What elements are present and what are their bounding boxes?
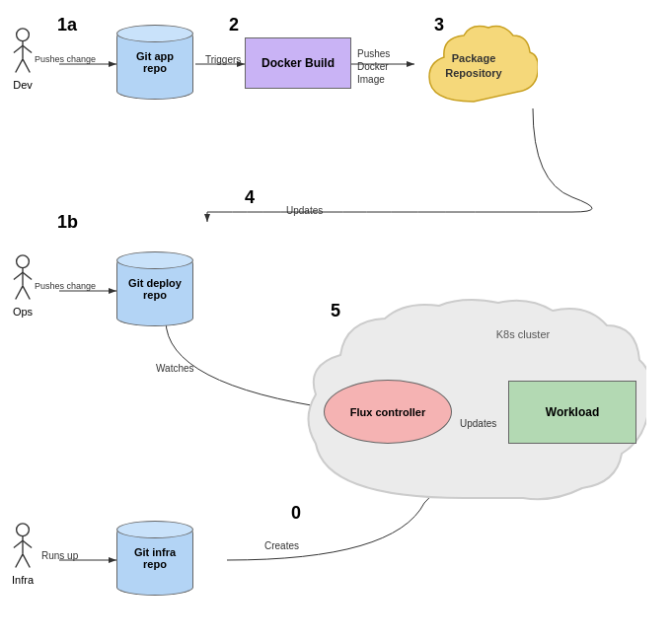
git-deploy-repo-label: Git deployrepo	[128, 277, 182, 301]
workload-label: Workload	[546, 405, 599, 419]
svg-line-9	[14, 45, 23, 52]
pushes-docker-image-label: PushesDockerImage	[357, 47, 390, 86]
dev-figure-icon	[8, 28, 37, 77]
docker-build-box: Docker Build	[245, 37, 351, 89]
flux-controller-label: Flux controller	[350, 406, 425, 418]
ops-actor: Ops	[8, 254, 37, 318]
svg-text:Repository: Repository	[445, 67, 502, 79]
git-infra-repo-label: Git infrarepo	[134, 546, 176, 570]
svg-line-17	[14, 272, 23, 279]
pushes-change-ops-label: Pushes change	[35, 281, 96, 291]
svg-line-24	[14, 540, 23, 547]
runs-up-label: Runs up	[41, 550, 78, 561]
step-2-label: 2	[229, 15, 239, 36]
flux-controller: Flux controller	[324, 380, 452, 444]
docker-build-label: Docker Build	[261, 56, 335, 70]
updates-4-label: Updates	[286, 205, 323, 216]
updates-flux-label: Updates	[460, 418, 496, 429]
svg-line-11	[16, 59, 23, 73]
svg-line-18	[23, 272, 32, 279]
svg-line-26	[16, 554, 23, 568]
ops-label: Ops	[13, 306, 33, 318]
svg-line-19	[16, 286, 23, 300]
pushes-change-dev-label: Pushes change	[35, 54, 96, 64]
svg-line-10	[23, 45, 32, 52]
git-infra-repo: Git infrarepo	[116, 528, 193, 589]
dev-actor: Dev	[8, 28, 37, 91]
infra-actor: Infra	[8, 523, 37, 586]
svg-text:Package: Package	[452, 52, 496, 64]
svg-point-7	[17, 29, 30, 41]
infra-label: Infra	[12, 574, 34, 586]
svg-point-15	[17, 255, 30, 268]
git-app-repo: Git apprepo	[116, 32, 193, 93]
git-deploy-repo: Git deployrepo	[116, 258, 193, 320]
step-1b-label: 1b	[57, 212, 78, 233]
diagram: 1a 2 3 4 1b 5 0 Dev Pushes change Git ap…	[0, 0, 672, 639]
svg-line-12	[23, 59, 30, 73]
infra-figure-icon	[8, 523, 37, 572]
step-4-label: 4	[245, 187, 255, 208]
ops-figure-icon	[8, 254, 37, 304]
package-repo-cloud: Package Repository	[410, 18, 538, 111]
svg-line-25	[23, 540, 32, 547]
watches-label: Watches	[156, 363, 194, 374]
svg-line-27	[23, 554, 30, 568]
workload-box: Workload	[508, 381, 636, 444]
svg-line-20	[23, 286, 30, 300]
step-1a-label: 1a	[57, 15, 77, 36]
git-app-repo-label: Git apprepo	[136, 50, 174, 74]
dev-label: Dev	[13, 79, 33, 91]
svg-point-22	[17, 524, 30, 536]
svg-text:K8s cluster: K8s cluster	[496, 328, 551, 340]
triggers-label: Triggers	[205, 54, 241, 65]
creates-label: Creates	[264, 540, 299, 551]
